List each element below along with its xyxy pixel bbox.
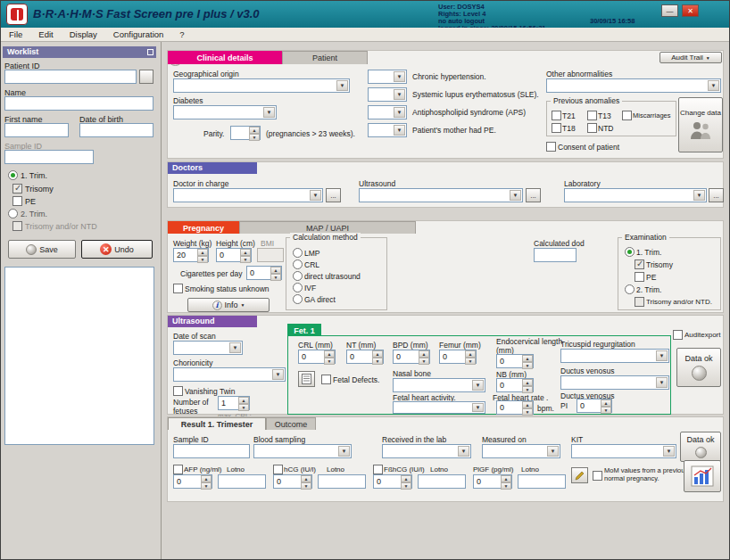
num-fetuses-spinner[interactable]: 1	[218, 396, 250, 410]
ductus-venosus-select[interactable]	[560, 375, 669, 390]
fetal-defects-checkbox[interactable]	[321, 375, 331, 384]
minimize-button[interactable]: —	[661, 4, 678, 17]
worklist-pin-icon[interactable]	[147, 49, 153, 55]
ductus-pi-spinner[interactable]: 0	[577, 399, 612, 413]
menu-display[interactable]: Display	[62, 29, 105, 39]
plgf-spinner[interactable]: 0	[473, 474, 512, 489]
save-button[interactable]: Save	[8, 240, 76, 259]
ultrasound-browse-button[interactable]: ...	[526, 188, 541, 202]
geo-origin-select[interactable]	[173, 78, 350, 93]
fbhcg-checkbox[interactable]	[373, 465, 383, 474]
exam-trim2-radio[interactable]	[625, 284, 635, 294]
nasal-bone-select[interactable]	[393, 378, 485, 392]
pe-checkbox[interactable]	[12, 196, 22, 206]
chevron-down-icon[interactable]	[394, 71, 405, 82]
chevron-down-icon[interactable]	[656, 377, 668, 388]
patient-id-browse-button[interactable]	[139, 70, 153, 84]
chevron-down-icon[interactable]	[394, 89, 405, 100]
chevron-down-icon[interactable]	[693, 190, 705, 201]
parity-spinner[interactable]	[230, 126, 261, 140]
tab-patient[interactable]: Patient	[282, 51, 368, 64]
date-of-scan-select[interactable]	[173, 341, 243, 355]
trim1-radio[interactable]	[8, 170, 18, 180]
chronic-hypertension-select[interactable]	[368, 70, 407, 84]
menu-configuration[interactable]: Configuration	[105, 29, 172, 39]
spinner-arrows-icon[interactable]	[522, 379, 533, 391]
hcg-lotno-input[interactable]	[318, 474, 366, 489]
chevron-down-icon[interactable]	[510, 190, 521, 201]
undo-button[interactable]: ✕ Undo	[81, 240, 153, 259]
chevron-down-icon[interactable]	[663, 446, 675, 457]
endocervical-spinner[interactable]: 0	[496, 354, 534, 368]
result-sample-id-input[interactable]	[173, 444, 250, 458]
height-spinner[interactable]: 0	[216, 248, 252, 262]
other-abnormalities-select[interactable]	[546, 78, 721, 93]
tab-clinical-details[interactable]: Clinical details	[168, 51, 282, 64]
worklist-listbox[interactable]	[4, 267, 154, 445]
exam-tntd-checkbox[interactable]	[635, 297, 644, 307]
direct-ultrasound-radio[interactable]	[293, 271, 303, 281]
spinner-arrows-icon[interactable]	[240, 249, 251, 261]
close-button[interactable]: ✕	[682, 4, 699, 17]
chevron-down-icon[interactable]	[272, 369, 284, 380]
mom-edit-button[interactable]	[571, 467, 588, 483]
tricuspid-select[interactable]	[560, 349, 669, 363]
menu-file[interactable]: File	[1, 29, 30, 39]
hcg-checkbox[interactable]	[273, 465, 283, 474]
ga-direct-radio[interactable]	[293, 294, 303, 304]
blood-sampling-select[interactable]	[253, 444, 352, 458]
chevron-down-icon[interactable]	[394, 125, 405, 136]
afp-lotno-input[interactable]	[218, 474, 266, 489]
chevron-down-icon[interactable]	[656, 350, 668, 361]
laboratory-browse-button[interactable]: ...	[709, 188, 724, 202]
diabetes-select[interactable]	[173, 105, 277, 119]
doctor-browse-button[interactable]: ...	[326, 188, 341, 202]
chevron-down-icon[interactable]	[472, 403, 484, 412]
fetal-defects-button[interactable]	[298, 371, 315, 387]
kit-select[interactable]	[571, 444, 676, 458]
doctor-in-charge-select[interactable]	[173, 188, 323, 202]
exam-pe-checkbox[interactable]	[635, 272, 644, 282]
chevron-down-icon[interactable]	[472, 380, 484, 391]
smoking-unknown-checkbox[interactable]	[173, 284, 183, 293]
dob-input[interactable]	[79, 123, 153, 137]
crl-radio[interactable]	[293, 259, 303, 269]
chevron-down-icon[interactable]	[310, 190, 321, 201]
chevron-down-icon[interactable]	[458, 446, 469, 457]
auditexport-checkbox[interactable]	[673, 330, 683, 340]
spinner-arrows-icon[interactable]	[601, 399, 611, 412]
spinner-arrows-icon[interactable]	[501, 475, 511, 488]
trisomy-ntd-checkbox[interactable]	[12, 221, 22, 231]
spinner-arrows-icon[interactable]	[419, 350, 429, 363]
femur-spinner[interactable]: 0	[439, 350, 477, 364]
weight-spinner[interactable]: 20	[173, 248, 209, 262]
t18-checkbox[interactable]	[552, 123, 561, 133]
ultrasound-doctor-select[interactable]	[359, 188, 523, 202]
sle-select[interactable]	[368, 87, 407, 102]
trim2-radio[interactable]	[8, 209, 18, 218]
chevron-down-icon[interactable]	[338, 446, 350, 457]
chevron-down-icon[interactable]	[229, 342, 241, 353]
name-input[interactable]	[4, 96, 153, 111]
fetal-heart-rate-spinner[interactable]: 0	[496, 400, 534, 415]
fbhcg-spinner[interactable]: 0	[373, 474, 412, 489]
plgf-lotno-input[interactable]	[518, 474, 566, 489]
spinner-arrows-icon[interactable]	[522, 401, 533, 414]
fetal-heart-activity-select[interactable]	[393, 401, 485, 414]
tab-result-1-trimester[interactable]: Result 1. Trimester	[168, 417, 266, 430]
crl-spinner[interactable]: 0	[298, 350, 336, 364]
first-name-input[interactable]	[4, 123, 69, 137]
consent-checkbox[interactable]	[546, 142, 556, 152]
audit-trail-button[interactable]: Audit Trail ▼	[659, 52, 722, 63]
spinner-arrows-icon[interactable]	[270, 267, 281, 279]
sample-id-input[interactable]	[4, 150, 94, 164]
afp-spinner[interactable]: 0	[173, 474, 212, 489]
exam-trim1-radio[interactable]	[625, 247, 635, 257]
ivf-radio[interactable]	[293, 283, 303, 292]
chevron-down-icon[interactable]	[394, 107, 405, 118]
menu-edit[interactable]: Edit	[30, 29, 61, 39]
fbhcg-lotno-input[interactable]	[418, 474, 466, 489]
spinner-arrows-icon[interactable]	[465, 350, 476, 363]
measured-on-select[interactable]	[482, 444, 560, 458]
chevron-down-icon[interactable]	[547, 446, 559, 457]
